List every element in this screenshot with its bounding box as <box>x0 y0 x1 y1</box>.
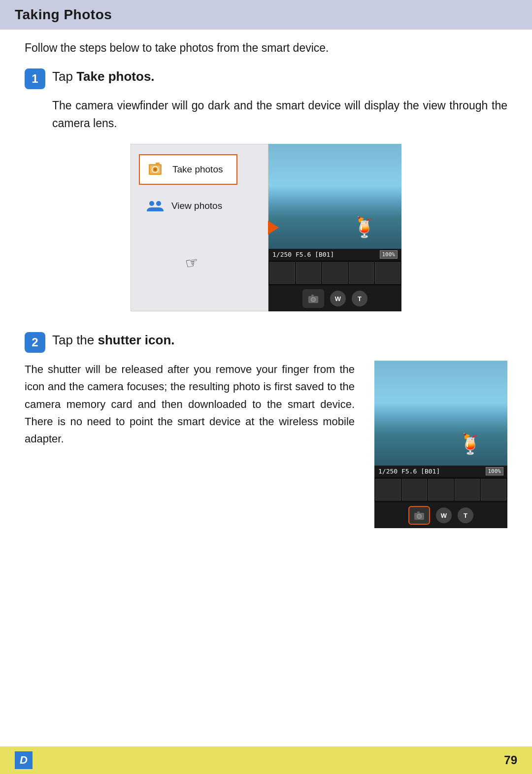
page-footer: D 79 <box>0 746 532 774</box>
cursor-hand: ☞ <box>184 253 200 272</box>
section-header: Taking Photos <box>0 0 532 30</box>
step-2-badge: 2 <box>25 332 45 353</box>
svg-point-3 <box>154 168 157 171</box>
page-number: 79 <box>504 753 517 767</box>
intro-text: Follow the steps below to take photos fr… <box>25 41 507 55</box>
film-cell <box>269 262 295 284</box>
step-1-title-bold: Take photos. <box>76 69 154 84</box>
zoom-tele-btn-2[interactable]: T <box>458 507 473 523</box>
film-cell <box>402 479 428 501</box>
menu-screen: Take photos View photos ☞ <box>131 144 268 311</box>
footer-logo: D <box>15 751 33 769</box>
camera-controls-1: W T <box>268 286 401 311</box>
page-wrapper: Taking Photos Follow the steps below to … <box>0 0 532 558</box>
shutter-icon-2 <box>414 510 425 520</box>
content-area: Follow the steps below to take photos fr… <box>0 41 532 528</box>
step-1-row: 1 Tap Take photos. <box>25 67 507 89</box>
shutter-button-1[interactable] <box>302 289 324 308</box>
viewfinder-1: 🍹 <box>268 144 401 249</box>
camera-settings-1: 1/250 F5.6 [B01] <box>272 251 334 258</box>
film-cell <box>322 262 348 284</box>
zoom-tele-label-1: T <box>358 295 362 303</box>
camera-info-bar-2: 1/250 F5.6 [B01] 100% <box>374 466 507 477</box>
zoom-wide-btn-1[interactable]: W <box>330 291 346 306</box>
menu-item-take-photos[interactable]: Take photos <box>139 154 237 185</box>
step-2-screen-wrapper: 🍹 1/250 F5.6 [B01] 100% <box>374 361 507 528</box>
cocktail-1: 🍹 <box>352 216 377 239</box>
shutter-icon <box>308 294 319 303</box>
film-cell <box>375 479 401 501</box>
svg-point-5 <box>149 201 154 206</box>
take-photos-label: Take photos <box>172 164 223 175</box>
zoom-wide-label-1: W <box>335 295 341 303</box>
step-2-row: 2 Tap the shutter icon. <box>25 331 507 353</box>
camera-controls-2: W T <box>374 503 507 528</box>
view-photos-icon <box>146 197 165 215</box>
step-1-body: The camera viewfinder will go dark and t… <box>52 97 507 132</box>
menu-item-view-photos[interactable]: View photos <box>139 192 237 220</box>
filmstrip-1 <box>268 260 401 286</box>
camera-screen-2: 🍹 1/250 F5.6 [B01] 100% <box>374 361 507 528</box>
svg-rect-14 <box>417 511 420 513</box>
cocktail-2: 🍹 <box>458 433 483 456</box>
step-2-body: The shutter will be released after you r… <box>25 361 355 447</box>
zoom-wide-label-2: W <box>441 512 447 519</box>
camera-info-bar-1: 1/250 F5.6 [B01] 100% <box>268 249 401 260</box>
battery-badge-1: 100% <box>380 250 398 259</box>
film-cell <box>455 479 480 501</box>
step-2-title-prefix: Tap the <box>52 333 98 347</box>
film-cell <box>349 262 374 284</box>
zoom-tele-btn-1[interactable]: T <box>352 291 367 306</box>
film-cell <box>375 262 400 284</box>
svg-point-9 <box>312 298 315 302</box>
take-photos-icon <box>147 160 166 179</box>
step-1-title-prefix: Tap <box>52 69 76 84</box>
page-title: Taking Photos <box>15 7 517 23</box>
camera-settings-2: 1/250 F5.6 [B01] <box>378 468 440 475</box>
battery-badge-2: 100% <box>486 467 504 475</box>
svg-point-13 <box>418 515 421 518</box>
zoom-tele-label-2: T <box>464 512 467 519</box>
step-2-content: The shutter will be released after you r… <box>25 361 507 528</box>
film-cell <box>481 479 506 501</box>
viewfinder-2: 🍹 <box>374 361 507 466</box>
step-2-title: Tap the shutter icon. <box>52 331 175 349</box>
shutter-button-2[interactable] <box>408 506 430 525</box>
step-1-badge: 1 <box>25 68 45 89</box>
zoom-wide-btn-2[interactable]: W <box>436 507 452 523</box>
step-1-title: Tap Take photos. <box>52 67 155 85</box>
camera-screen-1: 🍹 1/250 F5.6 [B01] 100% <box>268 144 401 311</box>
menu-to-camera-arrow <box>268 221 279 235</box>
svg-rect-4 <box>156 163 160 165</box>
step-1-screenshots: Take photos View photos ☞ <box>25 144 507 311</box>
film-cell <box>296 262 322 284</box>
view-photos-label: View photos <box>171 201 222 211</box>
step-2-title-bold: shutter icon. <box>98 333 175 347</box>
filmstrip-2 <box>374 477 507 503</box>
svg-point-6 <box>156 201 161 206</box>
film-cell <box>428 479 454 501</box>
svg-rect-10 <box>311 295 314 297</box>
